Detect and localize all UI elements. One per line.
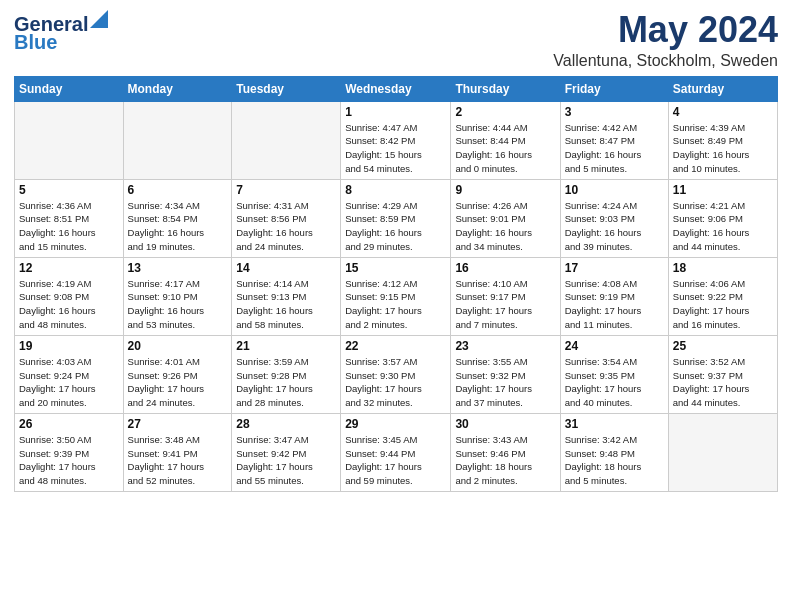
logo: General Blue <box>14 10 108 52</box>
calendar-cell: 17Sunrise: 4:08 AM Sunset: 9:19 PM Dayli… <box>560 257 668 335</box>
calendar-title: May 2024 <box>553 10 778 50</box>
calendar-cell: 25Sunrise: 3:52 AM Sunset: 9:37 PM Dayli… <box>668 335 777 413</box>
day-info: Sunrise: 3:50 AM Sunset: 9:39 PM Dayligh… <box>19 433 119 488</box>
calendar-cell: 24Sunrise: 3:54 AM Sunset: 9:35 PM Dayli… <box>560 335 668 413</box>
calendar-cell: 31Sunrise: 3:42 AM Sunset: 9:48 PM Dayli… <box>560 413 668 491</box>
calendar-cell <box>123 101 232 179</box>
day-number: 31 <box>565 417 664 431</box>
calendar-cell: 6Sunrise: 4:34 AM Sunset: 8:54 PM Daylig… <box>123 179 232 257</box>
calendar-cell: 7Sunrise: 4:31 AM Sunset: 8:56 PM Daylig… <box>232 179 341 257</box>
day-number: 23 <box>455 339 555 353</box>
day-info: Sunrise: 4:08 AM Sunset: 9:19 PM Dayligh… <box>565 277 664 332</box>
day-number: 22 <box>345 339 446 353</box>
day-info: Sunrise: 3:59 AM Sunset: 9:28 PM Dayligh… <box>236 355 336 410</box>
day-info: Sunrise: 4:06 AM Sunset: 9:22 PM Dayligh… <box>673 277 773 332</box>
day-number: 26 <box>19 417 119 431</box>
calendar-cell: 12Sunrise: 4:19 AM Sunset: 9:08 PM Dayli… <box>15 257 124 335</box>
calendar-cell: 1Sunrise: 4:47 AM Sunset: 8:42 PM Daylig… <box>341 101 451 179</box>
calendar-week-5: 26Sunrise: 3:50 AM Sunset: 9:39 PM Dayli… <box>15 413 778 491</box>
weekday-header-monday: Monday <box>123 76 232 101</box>
calendar-cell: 27Sunrise: 3:48 AM Sunset: 9:41 PM Dayli… <box>123 413 232 491</box>
day-info: Sunrise: 4:19 AM Sunset: 9:08 PM Dayligh… <box>19 277 119 332</box>
day-number: 9 <box>455 183 555 197</box>
day-info: Sunrise: 3:45 AM Sunset: 9:44 PM Dayligh… <box>345 433 446 488</box>
day-info: Sunrise: 4:21 AM Sunset: 9:06 PM Dayligh… <box>673 199 773 254</box>
day-info: Sunrise: 4:26 AM Sunset: 9:01 PM Dayligh… <box>455 199 555 254</box>
calendar-subtitle: Vallentuna, Stockholm, Sweden <box>553 52 778 70</box>
day-number: 7 <box>236 183 336 197</box>
day-info: Sunrise: 3:54 AM Sunset: 9:35 PM Dayligh… <box>565 355 664 410</box>
day-info: Sunrise: 3:42 AM Sunset: 9:48 PM Dayligh… <box>565 433 664 488</box>
calendar-cell: 11Sunrise: 4:21 AM Sunset: 9:06 PM Dayli… <box>668 179 777 257</box>
day-number: 1 <box>345 105 446 119</box>
calendar-week-3: 12Sunrise: 4:19 AM Sunset: 9:08 PM Dayli… <box>15 257 778 335</box>
day-number: 17 <box>565 261 664 275</box>
day-info: Sunrise: 3:48 AM Sunset: 9:41 PM Dayligh… <box>128 433 228 488</box>
svg-marker-0 <box>90 10 108 28</box>
day-number: 13 <box>128 261 228 275</box>
weekday-header-friday: Friday <box>560 76 668 101</box>
day-number: 10 <box>565 183 664 197</box>
calendar-cell: 19Sunrise: 4:03 AM Sunset: 9:24 PM Dayli… <box>15 335 124 413</box>
day-info: Sunrise: 4:47 AM Sunset: 8:42 PM Dayligh… <box>345 121 446 176</box>
day-info: Sunrise: 4:10 AM Sunset: 9:17 PM Dayligh… <box>455 277 555 332</box>
weekday-header-sunday: Sunday <box>15 76 124 101</box>
header: General Blue May 2024 Vallentuna, Stockh… <box>14 10 778 70</box>
calendar-table: SundayMondayTuesdayWednesdayThursdayFrid… <box>14 76 778 492</box>
weekday-header-tuesday: Tuesday <box>232 76 341 101</box>
calendar-week-4: 19Sunrise: 4:03 AM Sunset: 9:24 PM Dayli… <box>15 335 778 413</box>
day-number: 30 <box>455 417 555 431</box>
calendar-cell: 9Sunrise: 4:26 AM Sunset: 9:01 PM Daylig… <box>451 179 560 257</box>
day-info: Sunrise: 4:39 AM Sunset: 8:49 PM Dayligh… <box>673 121 773 176</box>
day-number: 24 <box>565 339 664 353</box>
day-number: 25 <box>673 339 773 353</box>
calendar-week-2: 5Sunrise: 4:36 AM Sunset: 8:51 PM Daylig… <box>15 179 778 257</box>
day-number: 14 <box>236 261 336 275</box>
day-info: Sunrise: 4:29 AM Sunset: 8:59 PM Dayligh… <box>345 199 446 254</box>
day-number: 11 <box>673 183 773 197</box>
calendar-cell: 21Sunrise: 3:59 AM Sunset: 9:28 PM Dayli… <box>232 335 341 413</box>
day-info: Sunrise: 4:14 AM Sunset: 9:13 PM Dayligh… <box>236 277 336 332</box>
day-number: 27 <box>128 417 228 431</box>
day-number: 12 <box>19 261 119 275</box>
calendar-cell <box>668 413 777 491</box>
calendar-cell <box>232 101 341 179</box>
day-info: Sunrise: 3:43 AM Sunset: 9:46 PM Dayligh… <box>455 433 555 488</box>
day-info: Sunrise: 3:52 AM Sunset: 9:37 PM Dayligh… <box>673 355 773 410</box>
calendar-cell: 4Sunrise: 4:39 AM Sunset: 8:49 PM Daylig… <box>668 101 777 179</box>
calendar-cell: 20Sunrise: 4:01 AM Sunset: 9:26 PM Dayli… <box>123 335 232 413</box>
day-number: 15 <box>345 261 446 275</box>
weekday-header-thursday: Thursday <box>451 76 560 101</box>
day-number: 21 <box>236 339 336 353</box>
day-info: Sunrise: 4:01 AM Sunset: 9:26 PM Dayligh… <box>128 355 228 410</box>
title-block: May 2024 Vallentuna, Stockholm, Sweden <box>553 10 778 70</box>
calendar-cell: 30Sunrise: 3:43 AM Sunset: 9:46 PM Dayli… <box>451 413 560 491</box>
day-info: Sunrise: 3:55 AM Sunset: 9:32 PM Dayligh… <box>455 355 555 410</box>
calendar-cell: 3Sunrise: 4:42 AM Sunset: 8:47 PM Daylig… <box>560 101 668 179</box>
day-number: 8 <box>345 183 446 197</box>
page: General Blue May 2024 Vallentuna, Stockh… <box>0 0 792 612</box>
day-info: Sunrise: 4:44 AM Sunset: 8:44 PM Dayligh… <box>455 121 555 176</box>
calendar-cell: 18Sunrise: 4:06 AM Sunset: 9:22 PM Dayli… <box>668 257 777 335</box>
calendar-cell: 13Sunrise: 4:17 AM Sunset: 9:10 PM Dayli… <box>123 257 232 335</box>
calendar-cell: 8Sunrise: 4:29 AM Sunset: 8:59 PM Daylig… <box>341 179 451 257</box>
calendar-cell <box>15 101 124 179</box>
day-info: Sunrise: 4:17 AM Sunset: 9:10 PM Dayligh… <box>128 277 228 332</box>
day-number: 2 <box>455 105 555 119</box>
day-number: 5 <box>19 183 119 197</box>
day-number: 18 <box>673 261 773 275</box>
calendar-cell: 2Sunrise: 4:44 AM Sunset: 8:44 PM Daylig… <box>451 101 560 179</box>
day-info: Sunrise: 3:47 AM Sunset: 9:42 PM Dayligh… <box>236 433 336 488</box>
calendar-cell: 5Sunrise: 4:36 AM Sunset: 8:51 PM Daylig… <box>15 179 124 257</box>
day-number: 3 <box>565 105 664 119</box>
weekday-header-saturday: Saturday <box>668 76 777 101</box>
calendar-cell: 29Sunrise: 3:45 AM Sunset: 9:44 PM Dayli… <box>341 413 451 491</box>
day-info: Sunrise: 4:12 AM Sunset: 9:15 PM Dayligh… <box>345 277 446 332</box>
day-info: Sunrise: 3:57 AM Sunset: 9:30 PM Dayligh… <box>345 355 446 410</box>
day-info: Sunrise: 4:24 AM Sunset: 9:03 PM Dayligh… <box>565 199 664 254</box>
calendar-cell: 15Sunrise: 4:12 AM Sunset: 9:15 PM Dayli… <box>341 257 451 335</box>
day-info: Sunrise: 4:34 AM Sunset: 8:54 PM Dayligh… <box>128 199 228 254</box>
day-number: 16 <box>455 261 555 275</box>
calendar-cell: 10Sunrise: 4:24 AM Sunset: 9:03 PM Dayli… <box>560 179 668 257</box>
calendar-header-row: SundayMondayTuesdayWednesdayThursdayFrid… <box>15 76 778 101</box>
